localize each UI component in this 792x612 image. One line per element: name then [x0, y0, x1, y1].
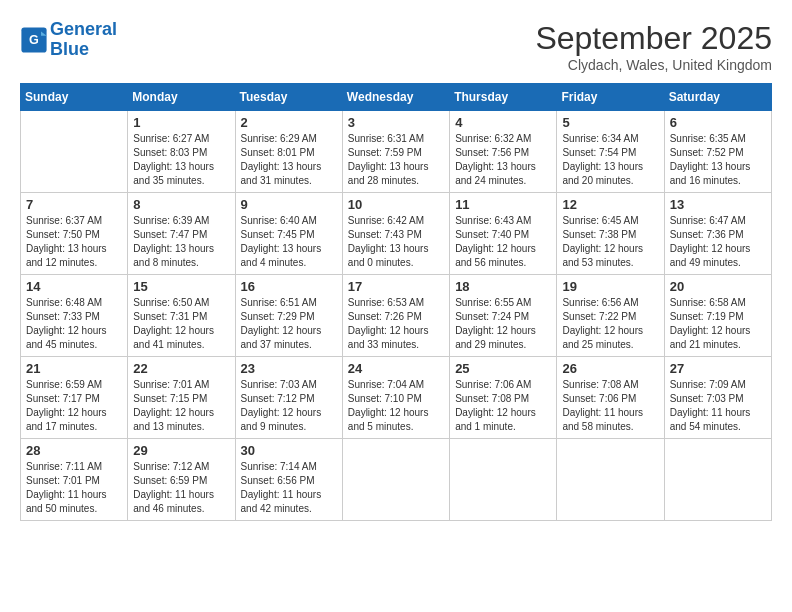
day-info: Sunrise: 6:47 AM Sunset: 7:36 PM Dayligh… [670, 214, 766, 270]
day-info: Sunrise: 6:40 AM Sunset: 7:45 PM Dayligh… [241, 214, 337, 270]
day-number: 17 [348, 279, 444, 294]
day-cell: 5Sunrise: 6:34 AM Sunset: 7:54 PM Daylig… [557, 111, 664, 193]
week-row-4: 21Sunrise: 6:59 AM Sunset: 7:17 PM Dayli… [21, 357, 772, 439]
day-info: Sunrise: 6:59 AM Sunset: 7:17 PM Dayligh… [26, 378, 122, 434]
page-header: G General Blue September 2025 Clydach, W… [20, 20, 772, 73]
day-info: Sunrise: 6:32 AM Sunset: 7:56 PM Dayligh… [455, 132, 551, 188]
day-number: 2 [241, 115, 337, 130]
day-cell: 18Sunrise: 6:55 AM Sunset: 7:24 PM Dayli… [450, 275, 557, 357]
logo-line1: General [50, 19, 117, 39]
day-number: 23 [241, 361, 337, 376]
day-info: Sunrise: 7:06 AM Sunset: 7:08 PM Dayligh… [455, 378, 551, 434]
week-row-1: 1Sunrise: 6:27 AM Sunset: 8:03 PM Daylig… [21, 111, 772, 193]
header-cell-wednesday: Wednesday [342, 84, 449, 111]
week-row-3: 14Sunrise: 6:48 AM Sunset: 7:33 PM Dayli… [21, 275, 772, 357]
day-number: 10 [348, 197, 444, 212]
day-info: Sunrise: 7:03 AM Sunset: 7:12 PM Dayligh… [241, 378, 337, 434]
day-number: 14 [26, 279, 122, 294]
day-cell [664, 439, 771, 521]
header-cell-tuesday: Tuesday [235, 84, 342, 111]
day-number: 19 [562, 279, 658, 294]
day-number: 28 [26, 443, 122, 458]
day-info: Sunrise: 7:01 AM Sunset: 7:15 PM Dayligh… [133, 378, 229, 434]
header-cell-thursday: Thursday [450, 84, 557, 111]
day-cell: 7Sunrise: 6:37 AM Sunset: 7:50 PM Daylig… [21, 193, 128, 275]
location: Clydach, Wales, United Kingdom [535, 57, 772, 73]
day-number: 16 [241, 279, 337, 294]
day-cell: 27Sunrise: 7:09 AM Sunset: 7:03 PM Dayli… [664, 357, 771, 439]
day-number: 9 [241, 197, 337, 212]
day-info: Sunrise: 6:51 AM Sunset: 7:29 PM Dayligh… [241, 296, 337, 352]
logo-text: General Blue [50, 20, 117, 60]
day-number: 20 [670, 279, 766, 294]
day-cell: 10Sunrise: 6:42 AM Sunset: 7:43 PM Dayli… [342, 193, 449, 275]
day-number: 29 [133, 443, 229, 458]
day-number: 6 [670, 115, 766, 130]
day-info: Sunrise: 6:37 AM Sunset: 7:50 PM Dayligh… [26, 214, 122, 270]
day-cell [342, 439, 449, 521]
day-cell: 30Sunrise: 7:14 AM Sunset: 6:56 PM Dayli… [235, 439, 342, 521]
day-info: Sunrise: 6:42 AM Sunset: 7:43 PM Dayligh… [348, 214, 444, 270]
day-info: Sunrise: 6:31 AM Sunset: 7:59 PM Dayligh… [348, 132, 444, 188]
day-cell: 23Sunrise: 7:03 AM Sunset: 7:12 PM Dayli… [235, 357, 342, 439]
day-number: 22 [133, 361, 229, 376]
day-info: Sunrise: 6:45 AM Sunset: 7:38 PM Dayligh… [562, 214, 658, 270]
calendar-table: SundayMondayTuesdayWednesdayThursdayFrid… [20, 83, 772, 521]
header-cell-friday: Friday [557, 84, 664, 111]
day-cell: 20Sunrise: 6:58 AM Sunset: 7:19 PM Dayli… [664, 275, 771, 357]
day-info: Sunrise: 6:43 AM Sunset: 7:40 PM Dayligh… [455, 214, 551, 270]
day-cell: 22Sunrise: 7:01 AM Sunset: 7:15 PM Dayli… [128, 357, 235, 439]
day-info: Sunrise: 6:35 AM Sunset: 7:52 PM Dayligh… [670, 132, 766, 188]
day-info: Sunrise: 6:50 AM Sunset: 7:31 PM Dayligh… [133, 296, 229, 352]
day-number: 15 [133, 279, 229, 294]
header-row: SundayMondayTuesdayWednesdayThursdayFrid… [21, 84, 772, 111]
day-info: Sunrise: 6:55 AM Sunset: 7:24 PM Dayligh… [455, 296, 551, 352]
day-info: Sunrise: 6:58 AM Sunset: 7:19 PM Dayligh… [670, 296, 766, 352]
day-number: 4 [455, 115, 551, 130]
day-info: Sunrise: 7:04 AM Sunset: 7:10 PM Dayligh… [348, 378, 444, 434]
day-cell: 2Sunrise: 6:29 AM Sunset: 8:01 PM Daylig… [235, 111, 342, 193]
day-info: Sunrise: 7:09 AM Sunset: 7:03 PM Dayligh… [670, 378, 766, 434]
day-number: 18 [455, 279, 551, 294]
day-cell: 8Sunrise: 6:39 AM Sunset: 7:47 PM Daylig… [128, 193, 235, 275]
day-cell: 25Sunrise: 7:06 AM Sunset: 7:08 PM Dayli… [450, 357, 557, 439]
day-cell: 14Sunrise: 6:48 AM Sunset: 7:33 PM Dayli… [21, 275, 128, 357]
day-info: Sunrise: 7:11 AM Sunset: 7:01 PM Dayligh… [26, 460, 122, 516]
day-number: 12 [562, 197, 658, 212]
day-info: Sunrise: 6:34 AM Sunset: 7:54 PM Dayligh… [562, 132, 658, 188]
day-cell: 6Sunrise: 6:35 AM Sunset: 7:52 PM Daylig… [664, 111, 771, 193]
day-cell: 13Sunrise: 6:47 AM Sunset: 7:36 PM Dayli… [664, 193, 771, 275]
day-info: Sunrise: 6:48 AM Sunset: 7:33 PM Dayligh… [26, 296, 122, 352]
logo: G General Blue [20, 20, 117, 60]
day-cell: 28Sunrise: 7:11 AM Sunset: 7:01 PM Dayli… [21, 439, 128, 521]
svg-text:G: G [29, 33, 39, 47]
calendar-header: SundayMondayTuesdayWednesdayThursdayFrid… [21, 84, 772, 111]
header-cell-sunday: Sunday [21, 84, 128, 111]
day-number: 1 [133, 115, 229, 130]
day-cell: 24Sunrise: 7:04 AM Sunset: 7:10 PM Dayli… [342, 357, 449, 439]
day-cell: 11Sunrise: 6:43 AM Sunset: 7:40 PM Dayli… [450, 193, 557, 275]
day-cell [21, 111, 128, 193]
day-number: 30 [241, 443, 337, 458]
day-number: 3 [348, 115, 444, 130]
day-cell: 4Sunrise: 6:32 AM Sunset: 7:56 PM Daylig… [450, 111, 557, 193]
day-cell [450, 439, 557, 521]
day-number: 5 [562, 115, 658, 130]
day-info: Sunrise: 7:12 AM Sunset: 6:59 PM Dayligh… [133, 460, 229, 516]
header-cell-saturday: Saturday [664, 84, 771, 111]
day-info: Sunrise: 6:39 AM Sunset: 7:47 PM Dayligh… [133, 214, 229, 270]
week-row-2: 7Sunrise: 6:37 AM Sunset: 7:50 PM Daylig… [21, 193, 772, 275]
logo-icon: G [20, 26, 48, 54]
logo-line2: Blue [50, 39, 89, 59]
day-cell: 16Sunrise: 6:51 AM Sunset: 7:29 PM Dayli… [235, 275, 342, 357]
day-number: 25 [455, 361, 551, 376]
day-cell: 3Sunrise: 6:31 AM Sunset: 7:59 PM Daylig… [342, 111, 449, 193]
day-info: Sunrise: 7:14 AM Sunset: 6:56 PM Dayligh… [241, 460, 337, 516]
day-cell: 21Sunrise: 6:59 AM Sunset: 7:17 PM Dayli… [21, 357, 128, 439]
day-cell: 26Sunrise: 7:08 AM Sunset: 7:06 PM Dayli… [557, 357, 664, 439]
day-number: 26 [562, 361, 658, 376]
month-title: September 2025 [535, 20, 772, 57]
day-cell: 19Sunrise: 6:56 AM Sunset: 7:22 PM Dayli… [557, 275, 664, 357]
week-row-5: 28Sunrise: 7:11 AM Sunset: 7:01 PM Dayli… [21, 439, 772, 521]
header-cell-monday: Monday [128, 84, 235, 111]
